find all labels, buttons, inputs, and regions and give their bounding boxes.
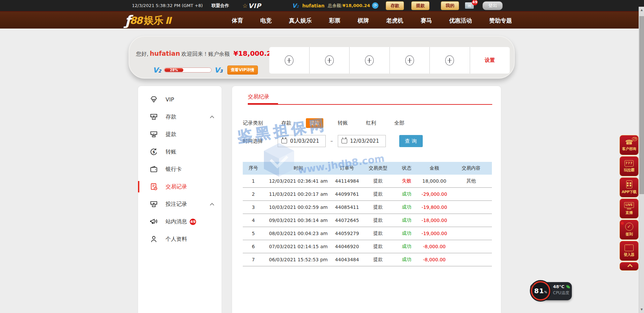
quick-action-add-5[interactable] xyxy=(430,47,470,74)
date-separator: – xyxy=(330,138,333,144)
vip-detail-button[interactable]: 查看VIP详情 xyxy=(227,65,258,75)
greeting-text: 您好,hufatian欢迎回来！账户余额 ¥18,000.24 ⟳ xyxy=(136,49,284,58)
sidebar-item-1[interactable]: VIP xyxy=(138,91,222,108)
logout-button[interactable]: 登出 xyxy=(482,1,503,10)
filter-option-1[interactable]: 存款 xyxy=(278,118,295,128)
floating-button-1[interactable]: ☎24客户咨询 xyxy=(619,135,639,155)
sidebar-item-label: 存款 xyxy=(166,114,176,121)
quick-action-add-4[interactable] xyxy=(390,47,430,74)
transfer-icon: $ xyxy=(149,147,158,156)
cell-status: 成功 xyxy=(395,230,418,236)
chevron-up-icon xyxy=(210,203,214,207)
deposit-button[interactable]: 存款 xyxy=(386,1,404,10)
table-row: 607/03/2021 02:14:15 am44046920提款成功-8,00… xyxy=(243,240,492,253)
floating-button-label: 直播 xyxy=(626,210,633,215)
cell-type: 提款 xyxy=(361,217,395,223)
tab-transaction-records[interactable]: 交易纪录 xyxy=(248,93,269,100)
scrollbar-thumb[interactable] xyxy=(639,16,644,194)
sidebar-item-7[interactable]: 投注记录 xyxy=(138,195,222,213)
cell-type: 提款 xyxy=(361,230,395,236)
sidebar-item-4[interactable]: $转账 xyxy=(138,143,222,161)
date-to-input[interactable]: 12/03/2021 xyxy=(338,135,386,147)
nav-item-8[interactable]: 优惠活动 xyxy=(449,17,472,25)
cell-no: 4 xyxy=(243,218,264,223)
quick-action-add-1[interactable] xyxy=(269,47,310,74)
plus-icon xyxy=(325,55,334,65)
scroll-to-top-button[interactable] xyxy=(619,262,639,271)
filter-option-2[interactable]: 提款 xyxy=(306,118,323,128)
floating-button-2[interactable]: 777玩拉霸 xyxy=(619,156,639,176)
date-label: 时间选择 xyxy=(243,138,278,144)
check-in-icon: ✓ xyxy=(625,223,633,231)
tab-underline xyxy=(248,104,492,105)
withdraw-button[interactable]: 提款 xyxy=(411,1,429,10)
cpu-temp-label: CPU温度 xyxy=(553,290,570,296)
nav-item-3[interactable]: 真人娱乐 xyxy=(289,17,312,25)
messages-button[interactable]: ✉ 49 xyxy=(465,2,474,9)
date-from-input[interactable]: 01/03/2021 xyxy=(278,135,326,147)
cell-type: 提款 xyxy=(361,257,395,263)
site-message-icon xyxy=(149,217,158,226)
sidebar-item-2[interactable]: 存款 xyxy=(138,108,222,126)
mine-button[interactable]: 我的 xyxy=(441,1,459,10)
nav-menu: 体育电竞真人娱乐彩票棋牌老虎机赛马优惠活动赞助专题 xyxy=(232,12,512,29)
sidebar-item-label: 站内消息 xyxy=(166,218,187,225)
settings-cell[interactable]: 设置 xyxy=(470,47,510,74)
vip-next-badge: V3 xyxy=(214,66,223,74)
page-scrollbar[interactable]: ▲ ▼ xyxy=(639,7,644,313)
launcher-icon xyxy=(625,244,634,251)
sidebar-item-9[interactable]: 个人资料 xyxy=(138,230,222,248)
sidebar-item-6[interactable]: 交易记录 xyxy=(138,178,222,195)
scrollbar-up-arrow[interactable]: ▲ xyxy=(639,7,644,13)
site-logo[interactable]: ƒ 88 娱乐 Ⅱ xyxy=(125,12,171,29)
plus-icon xyxy=(405,55,414,65)
filter-option-5[interactable]: 全部 xyxy=(390,118,408,128)
sidebar: VIP存款提款$转账银行卡交易记录投注记录站内消息49个人资料 xyxy=(138,86,222,313)
floating-button-3[interactable]: APP下载 xyxy=(619,177,639,197)
refresh-balance-icon[interactable]: ⟳ xyxy=(372,2,378,9)
scrollbar-down-arrow[interactable]: ▼ xyxy=(639,307,644,312)
floating-menu: ☎24客户咨询777玩拉霸APP下载LIVE直播✓签到登入器 xyxy=(619,135,639,272)
nav-item-9[interactable]: 赞助专题 xyxy=(489,17,512,25)
sidebar-item-3[interactable]: 提款 xyxy=(138,126,222,143)
query-button[interactable]: 查 询 xyxy=(399,135,423,147)
table-body: 112/03/2021 02:36:41 am44114984提款失败18,00… xyxy=(243,175,492,266)
quick-action-add-3[interactable] xyxy=(350,47,390,74)
cell-status: 成功 xyxy=(395,191,418,197)
profile-icon xyxy=(149,235,158,243)
sidebar-item-label: 投注记录 xyxy=(166,201,187,208)
unread-count-badge: 49 xyxy=(190,219,196,225)
sidebar-item-5[interactable]: 银行卡 xyxy=(138,161,222,178)
sidebar-item-label: 银行卡 xyxy=(166,166,182,173)
cell-type: 提款 xyxy=(361,243,395,250)
nav-item-7[interactable]: 赛马 xyxy=(421,17,432,25)
balance-label: 总余额: xyxy=(328,3,342,9)
nav-item-5[interactable]: 棋牌 xyxy=(358,17,369,25)
alliance-link[interactable]: 联盟合作 xyxy=(212,3,229,9)
floating-button-4[interactable]: LIVE直播 xyxy=(619,198,639,219)
quick-actions: 设置 xyxy=(269,47,510,74)
cell-no: 5 xyxy=(243,231,264,236)
phone-24-icon: ☎24 xyxy=(625,139,633,145)
filter-option-4[interactable]: 红利 xyxy=(362,118,380,128)
cell-amount: -29,000.00 xyxy=(418,191,450,197)
quick-action-add-2[interactable] xyxy=(310,47,350,74)
nav-item-2[interactable]: 电竞 xyxy=(260,17,272,25)
filter-option-3[interactable]: 转账 xyxy=(334,118,352,128)
welcome-panel: 您好,hufatian欢迎回来！账户余额 ¥18,000.24 ⟳ V2 28%… xyxy=(129,36,515,79)
filter-label: 记录类别 xyxy=(243,120,278,126)
vip-logo[interactable]: ☆ VIP xyxy=(242,2,261,9)
floating-button-5[interactable]: ✓签到 xyxy=(619,220,639,240)
sidebar-item-8[interactable]: 站内消息49 xyxy=(138,213,222,230)
plus-icon xyxy=(365,55,374,65)
nav-item-6[interactable]: 老虎机 xyxy=(386,17,403,25)
mobile-download-icon xyxy=(626,180,632,188)
main-navbar: ƒ 88 娱乐 Ⅱ 体育电竞真人娱乐彩票棋牌老虎机赛马优惠活动赞助专题 xyxy=(0,11,644,29)
column-header: 状态 xyxy=(395,165,418,171)
column-header: 交易类型 xyxy=(361,165,395,171)
cell-order: 44114984 xyxy=(333,178,361,184)
nav-item-4[interactable]: 彩票 xyxy=(329,17,340,25)
floating-button-6[interactable]: 登入器 xyxy=(619,241,639,261)
nav-item-1[interactable]: 体育 xyxy=(232,17,243,25)
cell-amount: -18,000.00 xyxy=(418,218,450,223)
